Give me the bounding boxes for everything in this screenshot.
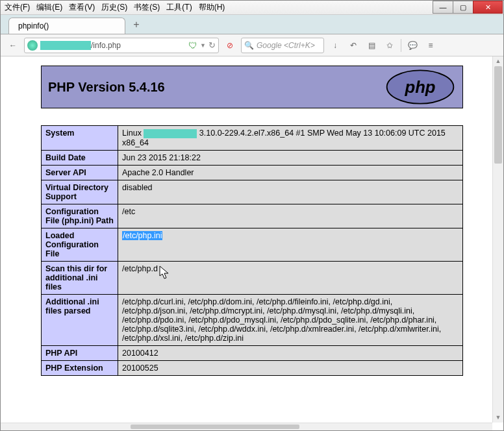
hostname-redacted: [144, 129, 197, 138]
config-value: /etc/php.d/curl.ini, /etc/php.d/dom.ini,…: [118, 294, 463, 345]
menu-edit[interactable]: 编辑(E): [36, 2, 62, 13]
search-box[interactable]: 🔍 Google <Ctrl+K>: [241, 38, 324, 53]
menu-tools[interactable]: 工具(T): [166, 2, 192, 13]
svg-text:php: php: [404, 78, 435, 96]
menu-bar: 文件(F) 编辑(E) 查看(V) 历史(S) 书签(S) 工具(T) 帮助(H…: [1, 1, 503, 15]
config-key: Build Date: [42, 150, 118, 165]
config-value: disabled: [118, 180, 463, 204]
config-key: System: [42, 126, 118, 151]
config-value: /etc/php.d: [118, 261, 463, 294]
scroll-up-arrow-icon[interactable]: ▲: [493, 56, 503, 66]
config-value: 20100412: [118, 345, 463, 360]
nav-toolbar: ← /info.php 🛡 ▼ ↻ ⊘ 🔍 Google <Ctrl+K> ↓ …: [1, 34, 503, 56]
scroll-down-arrow-icon[interactable]: ▼: [493, 413, 503, 423]
horizontal-scroll-thumb[interactable]: [131, 425, 299, 429]
table-row: SystemLinux 3.10.0-229.4.2.el7.x86_64 #1…: [42, 126, 463, 151]
shield-icon[interactable]: 🛡: [188, 40, 197, 51]
table-row: Build DateJun 23 2015 21:18:22: [42, 150, 463, 165]
php-logo-icon: php: [384, 69, 456, 105]
config-key: PHP Extension: [42, 360, 118, 375]
menu-bookmarks[interactable]: 书签(S): [134, 2, 160, 13]
back-button[interactable]: ←: [6, 38, 20, 53]
horizontal-scrollbar[interactable]: [1, 423, 492, 430]
config-key: Scan this dir for additional .ini files: [42, 261, 118, 294]
menu-history[interactable]: 历史(S): [101, 2, 127, 13]
config-value: 20100525: [118, 360, 463, 375]
phpinfo-table: SystemLinux 3.10.0-229.4.2.el7.x86_64 #1…: [41, 125, 463, 376]
downloads-icon[interactable]: ↓: [328, 38, 342, 53]
reload-icon[interactable]: ↻: [208, 40, 216, 50]
table-row: PHP API20100412: [42, 345, 463, 360]
url-dropdown-icon[interactable]: ▼: [200, 42, 206, 49]
config-key: Loaded Configuration File: [42, 228, 118, 261]
bookmark-star-icon[interactable]: ✩: [383, 38, 397, 53]
tab-title: phpinfo(): [18, 21, 49, 31]
address-bar[interactable]: /info.php 🛡 ▼ ↻: [24, 38, 219, 53]
selected-text: /etc/php.ini: [122, 231, 162, 240]
config-value: Linux 3.10.0-229.4.2.el7.x86_64 #1 SMP W…: [118, 126, 463, 151]
minimize-button[interactable]: —: [433, 1, 453, 14]
url-path: /info.php: [91, 41, 121, 50]
config-value: /etc/php.ini: [118, 228, 463, 261]
clipboard-icon[interactable]: ▤: [364, 38, 379, 53]
vertical-scrollbar[interactable]: ▲ ▼: [492, 56, 503, 423]
config-key: Virtual Directory Support: [42, 180, 118, 204]
history-back-icon[interactable]: ↶: [346, 38, 360, 53]
menu-file[interactable]: 文件(F): [5, 2, 30, 13]
browser-tab[interactable]: phpinfo(): [8, 18, 125, 34]
table-row: Loaded Configuration File/etc/php.ini: [42, 228, 463, 261]
adblock-icon[interactable]: ⊘: [223, 38, 237, 53]
page-viewport: PHP Version 5.4.16 php SystemLinux 3.10.…: [1, 56, 503, 423]
new-tab-button[interactable]: +: [128, 16, 145, 34]
hamburger-menu-icon[interactable]: ≡: [423, 38, 438, 53]
table-row: Configuration File (php.ini) Path/etc: [42, 204, 463, 228]
config-key: Additional .ini files parsed: [42, 294, 118, 345]
config-key: Server API: [42, 165, 118, 180]
config-key: PHP API: [42, 345, 118, 360]
menu-help[interactable]: 帮助(H): [199, 2, 225, 13]
table-row: Additional .ini files parsed/etc/php.d/c…: [42, 294, 463, 345]
tab-bar: phpinfo() +: [1, 15, 503, 34]
config-value: /etc: [118, 204, 463, 228]
toolbar-separator: [401, 39, 401, 52]
config-value: Jun 23 2015 21:18:22: [118, 150, 463, 165]
table-row: PHP Extension20100525: [42, 360, 463, 375]
php-version-title: PHP Version 5.4.16: [48, 80, 165, 95]
table-row: Scan this dir for additional .ini files/…: [42, 261, 463, 294]
table-row: Server APIApache 2.0 Handler: [42, 165, 463, 180]
window-controls: — ▢ ✕: [433, 1, 503, 14]
phpinfo-header: PHP Version 5.4.16 php: [41, 66, 463, 108]
config-key: Configuration File (php.ini) Path: [42, 204, 118, 228]
phpinfo-content: PHP Version 5.4.16 php SystemLinux 3.10.…: [1, 56, 503, 376]
site-identity-icon[interactable]: [27, 40, 38, 51]
config-value: Apache 2.0 Handler: [118, 165, 463, 180]
close-button[interactable]: ✕: [473, 1, 503, 14]
chat-icon[interactable]: 💬: [405, 38, 420, 53]
maximize-button[interactable]: ▢: [453, 1, 473, 14]
search-placeholder: Google <Ctrl+K>: [257, 41, 315, 50]
table-row: Virtual Directory Supportdisabled: [42, 180, 463, 204]
url-host-redacted: [40, 41, 91, 50]
menu-view[interactable]: 查看(V): [69, 2, 95, 13]
vertical-scroll-thumb[interactable]: [494, 66, 502, 164]
search-icon: 🔍: [244, 41, 254, 50]
